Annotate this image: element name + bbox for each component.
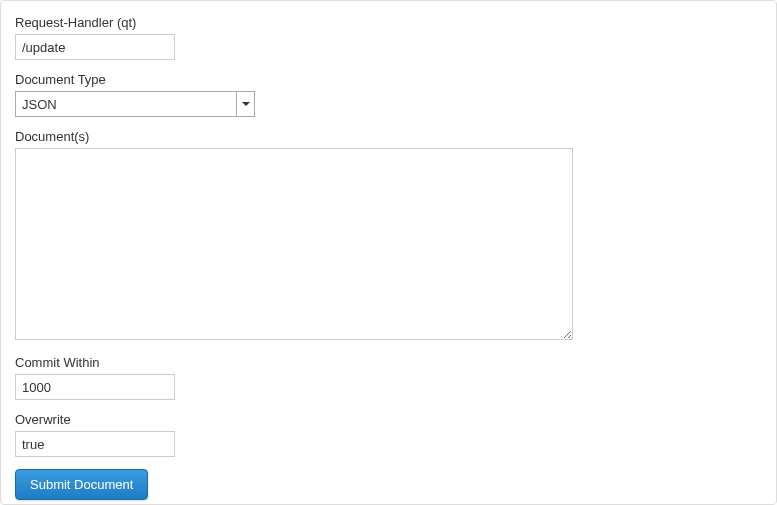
overwrite-input[interactable]: [15, 431, 175, 457]
request-handler-group: Request-Handler (qt): [15, 15, 762, 60]
request-handler-label: Request-Handler (qt): [15, 15, 762, 30]
document-type-select[interactable]: JSON: [15, 91, 255, 117]
document-type-label: Document Type: [15, 72, 762, 87]
submit-document-button[interactable]: Submit Document: [15, 469, 148, 500]
overwrite-group: Overwrite: [15, 412, 762, 457]
commit-within-input[interactable]: [15, 374, 175, 400]
commit-within-label: Commit Within: [15, 355, 762, 370]
documents-group: Document(s): [15, 129, 762, 343]
documents-textarea[interactable]: [15, 148, 573, 340]
document-type-group: Document Type JSON: [15, 72, 762, 117]
commit-within-group: Commit Within: [15, 355, 762, 400]
document-type-select-wrapper: JSON: [15, 91, 255, 117]
documents-label: Document(s): [15, 129, 762, 144]
form-panel: Request-Handler (qt) Document Type JSON …: [0, 0, 777, 505]
overwrite-label: Overwrite: [15, 412, 762, 427]
request-handler-input[interactable]: [15, 34, 175, 60]
